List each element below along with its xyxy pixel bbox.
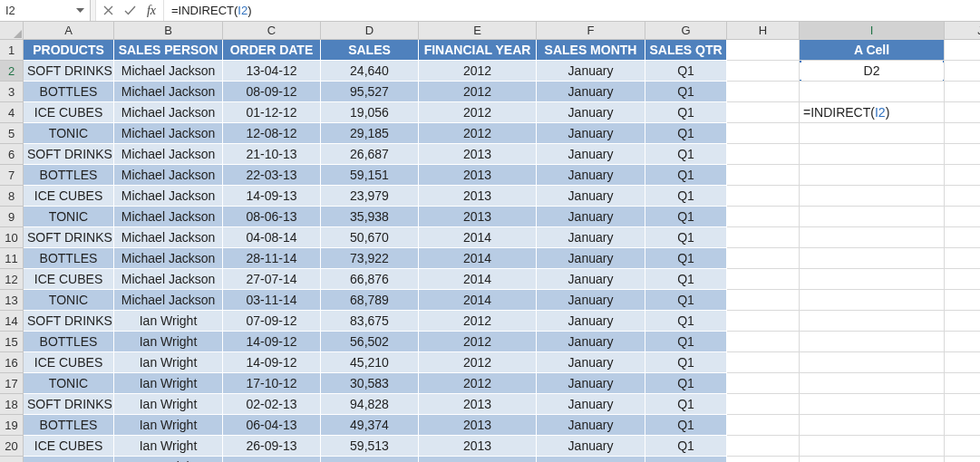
cell-J8[interactable]	[945, 186, 980, 207]
column-header-B[interactable]: B	[114, 22, 223, 40]
cell-E13[interactable]: 2014	[419, 290, 537, 311]
cell-D5[interactable]: 29,185	[321, 123, 419, 144]
cell-G19[interactable]: Q1	[645, 415, 727, 436]
cell-H2[interactable]	[727, 61, 800, 82]
cell-C4[interactable]: 01-12-12	[223, 102, 321, 123]
cell-C6[interactable]: 21-10-13	[223, 144, 321, 165]
cell-F5[interactable]: January	[537, 123, 645, 144]
row-header-12[interactable]: 12	[0, 269, 23, 290]
cell-E14[interactable]: 2012	[419, 311, 537, 332]
cell-H16[interactable]	[727, 352, 800, 373]
cell-I18[interactable]	[800, 394, 945, 415]
cell-E12[interactable]: 2014	[419, 269, 537, 290]
cell-G18[interactable]: Q1	[645, 394, 727, 415]
cell-J13[interactable]	[945, 290, 980, 311]
cell-C19[interactable]: 06-04-13	[223, 415, 321, 436]
cell-D19[interactable]: 49,374	[321, 415, 419, 436]
cell-J6[interactable]	[945, 144, 980, 165]
cell-I7[interactable]	[800, 165, 945, 186]
formula-input[interactable]: =INDIRECT(I2)	[164, 0, 980, 21]
cell-H15[interactable]	[727, 332, 800, 352]
cell-J14[interactable]	[945, 311, 980, 332]
row-header-10[interactable]: 10	[0, 227, 23, 248]
cell-F13[interactable]: January	[537, 290, 645, 311]
cell-C16[interactable]: 14-09-12	[223, 352, 321, 373]
cell-E6[interactable]: 2013	[419, 144, 537, 165]
column-header-I[interactable]: I	[800, 22, 945, 40]
row-header-2[interactable]: 2	[0, 61, 23, 82]
cell-D11[interactable]: 73,922	[321, 248, 419, 269]
cell-E17[interactable]: 2012	[419, 373, 537, 394]
table-header-D[interactable]: SALES	[321, 40, 419, 61]
cell-C21[interactable]: 01-04-13	[223, 457, 321, 462]
cell-H3[interactable]	[727, 82, 800, 102]
cell-E5[interactable]: 2012	[419, 123, 537, 144]
cell-B19[interactable]: Ian Wright	[114, 415, 223, 436]
cell-F3[interactable]: January	[537, 82, 645, 102]
row-header-13[interactable]: 13	[0, 290, 23, 311]
cell-J2[interactable]	[945, 61, 980, 82]
cell-E21[interactable]: 2013	[419, 457, 537, 462]
cell-J11[interactable]	[945, 248, 980, 269]
row-header-17[interactable]: 17	[0, 373, 23, 394]
i1-header[interactable]: A Cell	[800, 40, 945, 61]
cell-D2[interactable]: 24,640	[321, 61, 419, 82]
table-header-C[interactable]: ORDER DATE	[223, 40, 321, 61]
cell-I2[interactable]: D2	[800, 61, 945, 82]
cell-B15[interactable]: Ian Wright	[114, 332, 223, 352]
cell-B16[interactable]: Ian Wright	[114, 352, 223, 373]
cell-E19[interactable]: 2013	[419, 415, 537, 436]
cell-G9[interactable]: Q1	[645, 207, 727, 227]
cell-A12[interactable]: ICE CUBES	[24, 269, 114, 290]
cell-I21[interactable]	[800, 457, 945, 462]
cell-G16[interactable]: Q1	[645, 352, 727, 373]
row-header-7[interactable]: 7	[0, 165, 23, 186]
cell-C18[interactable]: 02-02-13	[223, 394, 321, 415]
table-header-E[interactable]: FINANCIAL YEAR	[419, 40, 537, 61]
cell-F9[interactable]: January	[537, 207, 645, 227]
cell-I11[interactable]	[800, 248, 945, 269]
cell-C17[interactable]: 17-10-12	[223, 373, 321, 394]
cell-C10[interactable]: 04-08-14	[223, 227, 321, 248]
cell-H7[interactable]	[727, 165, 800, 186]
cell-B8[interactable]: Michael Jackson	[114, 186, 223, 207]
cell-G3[interactable]: Q1	[645, 82, 727, 102]
table-header-A[interactable]: PRODUCTS	[24, 40, 114, 61]
cell-D21[interactable]: 65,694	[321, 457, 419, 462]
cell-C14[interactable]: 07-09-12	[223, 311, 321, 332]
cell-A2[interactable]: SOFT DRINKS	[24, 61, 114, 82]
cell-C3[interactable]: 08-09-12	[223, 82, 321, 102]
column-header-G[interactable]: G	[645, 22, 727, 40]
cell-D10[interactable]: 50,670	[321, 227, 419, 248]
cell-F21[interactable]: January	[537, 457, 645, 462]
cell-H20[interactable]	[727, 436, 800, 457]
cell-G4[interactable]: Q1	[645, 102, 727, 123]
column-header-D[interactable]: D	[321, 22, 419, 40]
cell-J1[interactable]	[945, 40, 980, 61]
cell-F4[interactable]: January	[537, 102, 645, 123]
cell-B21[interactable]: Ian Wright	[114, 457, 223, 462]
cell-G17[interactable]: Q1	[645, 373, 727, 394]
cell-B3[interactable]: Michael Jackson	[114, 82, 223, 102]
cell-J20[interactable]	[945, 436, 980, 457]
cell-A3[interactable]: BOTTLES	[24, 82, 114, 102]
cell-B7[interactable]: Michael Jackson	[114, 165, 223, 186]
cell-A20[interactable]: ICE CUBES	[24, 436, 114, 457]
cell-H12[interactable]	[727, 269, 800, 290]
cell-G7[interactable]: Q1	[645, 165, 727, 186]
cell-I17[interactable]	[800, 373, 945, 394]
cell-E10[interactable]: 2014	[419, 227, 537, 248]
cell-J9[interactable]	[945, 207, 980, 227]
cell-H18[interactable]	[727, 394, 800, 415]
column-header-H[interactable]: H	[727, 22, 800, 40]
cell-F20[interactable]: January	[537, 436, 645, 457]
cell-H11[interactable]	[727, 248, 800, 269]
row-header-8[interactable]: 8	[0, 186, 23, 207]
cell-J12[interactable]	[945, 269, 980, 290]
cell-C2[interactable]: 13-04-12	[223, 61, 321, 82]
cell-A15[interactable]: BOTTLES	[24, 332, 114, 352]
cell-I10[interactable]	[800, 227, 945, 248]
cell-F8[interactable]: January	[537, 186, 645, 207]
cell-I9[interactable]	[800, 207, 945, 227]
cell-I20[interactable]	[800, 436, 945, 457]
